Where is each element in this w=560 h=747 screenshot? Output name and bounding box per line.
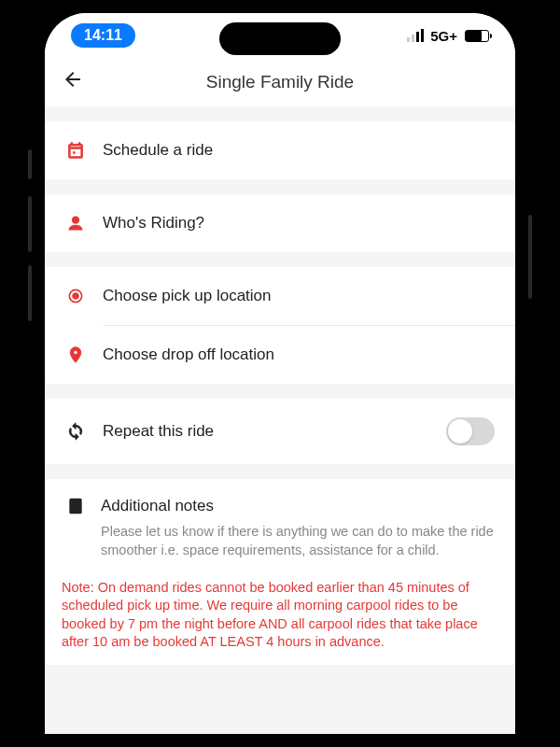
pickup-icon: [65, 286, 86, 306]
notch: [219, 22, 341, 55]
volume-button: [28, 149, 32, 179]
notes-row[interactable]: Additional notes Please let us know if t…: [45, 479, 515, 571]
dropoff-label: Choose drop off location: [103, 345, 274, 364]
pickup-row[interactable]: Choose pick up location: [45, 267, 515, 325]
screen: 14:11 5G+ Single Family Ride: [45, 13, 515, 734]
network-label: 5G+: [430, 28, 457, 44]
svg-point-2: [73, 293, 79, 300]
notes-icon: [65, 496, 86, 516]
dropoff-row[interactable]: Choose drop off location: [45, 326, 515, 384]
back-button[interactable]: [62, 68, 88, 96]
dropoff-pin-icon: [65, 345, 86, 365]
device-frame: 14:11 5G+ Single Family Ride: [32, 0, 528, 747]
repeat-toggle[interactable]: [446, 417, 495, 445]
pickup-label: Choose pick up location: [103, 287, 272, 305]
repeat-icon: [65, 421, 86, 442]
schedule-section: Schedule a ride: [45, 121, 515, 179]
notes-title: Additional notes: [101, 497, 214, 515]
who-section: Who's Riding?: [45, 194, 515, 252]
header: Single Family Ride: [45, 58, 515, 106]
signal-icon: [407, 29, 424, 42]
volume-up-button: [28, 196, 32, 252]
person-icon: [65, 213, 86, 233]
battery-icon: [465, 30, 489, 42]
status-indicators: 5G+: [407, 28, 489, 44]
location-section: Choose pick up location Choose drop off …: [45, 267, 515, 384]
schedule-ride-row[interactable]: Schedule a ride: [45, 121, 515, 179]
svg-point-0: [73, 217, 79, 223]
warning-note: Note: On demand rides cannot be booked e…: [45, 571, 515, 665]
repeat-label: Repeat this ride: [103, 422, 214, 441]
power-button: [528, 215, 532, 299]
notes-section-container: Additional notes Please let us know if t…: [45, 479, 515, 665]
whos-riding-row[interactable]: Who's Riding?: [45, 194, 515, 252]
page-title: Single Family Ride: [206, 72, 354, 92]
calendar-icon: [65, 140, 86, 161]
notes-description: Please let us know if there is anything …: [65, 522, 495, 560]
whos-riding-label: Who's Riding?: [103, 214, 204, 233]
status-time: 14:11: [71, 23, 135, 48]
content: Schedule a ride Who's Riding? Choose pic…: [45, 121, 515, 665]
volume-down-button: [28, 265, 32, 321]
repeat-row: Repeat this ride: [45, 399, 515, 464]
schedule-ride-label: Schedule a ride: [103, 141, 213, 160]
repeat-section: Repeat this ride: [45, 399, 515, 464]
